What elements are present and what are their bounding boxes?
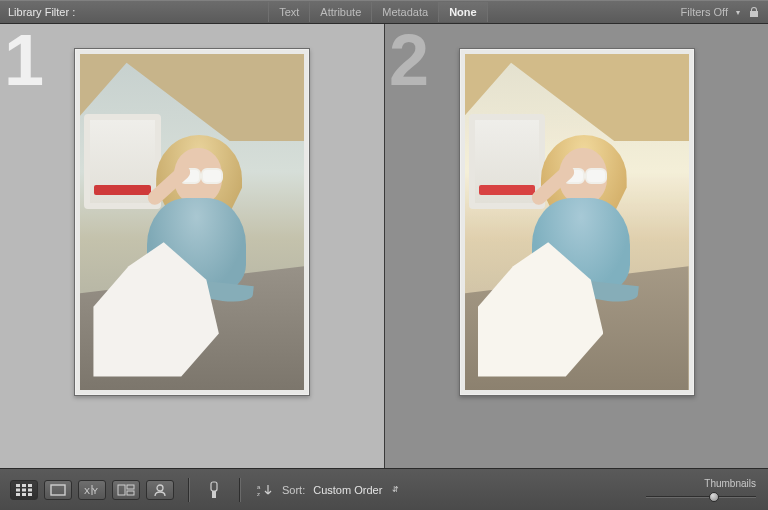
view-survey-button[interactable] (112, 480, 140, 500)
svg-rect-15 (127, 491, 134, 495)
view-loupe-button[interactable] (44, 480, 72, 500)
filter-tab-attribute[interactable]: Attribute (310, 2, 372, 22)
svg-text:z: z (257, 491, 260, 497)
chevron-down-icon: ▾ (734, 8, 742, 17)
thumbnails-size-control: Thumbnails (646, 478, 756, 502)
view-grid-button[interactable] (10, 480, 38, 500)
svg-rect-14 (127, 485, 134, 489)
filter-tabs: Text Attribute Metadata None (268, 1, 488, 23)
svg-rect-0 (16, 484, 20, 487)
svg-rect-3 (16, 488, 20, 491)
view-people-button[interactable] (146, 480, 174, 500)
toolbar-divider (239, 478, 240, 502)
svg-rect-1 (22, 484, 26, 487)
svg-text:X: X (84, 486, 90, 496)
svg-rect-2 (28, 484, 32, 487)
pane-index-2: 2 (389, 32, 429, 90)
thumbnails-label: Thumbnails (704, 478, 756, 489)
svg-rect-5 (28, 488, 32, 491)
svg-point-16 (157, 485, 163, 491)
svg-text:a: a (257, 484, 261, 490)
compare-pane-1[interactable]: 1 (0, 24, 384, 468)
photo-frame-1[interactable] (74, 48, 310, 396)
compare-pane-2[interactable]: 2 (384, 24, 768, 468)
svg-rect-7 (22, 493, 26, 496)
filter-tab-metadata[interactable]: Metadata (372, 2, 439, 22)
svg-rect-17 (211, 482, 217, 491)
svg-rect-8 (28, 493, 32, 496)
filters-off-toggle[interactable]: Filters Off ▾ (681, 6, 760, 18)
slider-knob[interactable] (709, 492, 719, 502)
pane-index-1: 1 (4, 32, 44, 90)
sort-label: Sort: (282, 484, 305, 496)
svg-rect-4 (22, 488, 26, 491)
svg-rect-18 (212, 491, 216, 498)
svg-rect-6 (16, 493, 20, 496)
library-filter-label: Library Filter : (8, 6, 75, 18)
view-compare-button[interactable]: XY (78, 480, 106, 500)
sort-dropdown[interactable]: Sort: Custom Order ⇵ (282, 484, 401, 496)
svg-text:Y: Y (92, 486, 98, 496)
filters-off-label: Filters Off (681, 6, 728, 18)
filter-tab-none[interactable]: None (439, 2, 488, 22)
sort-value: Custom Order (313, 484, 382, 496)
painter-icon[interactable] (203, 479, 225, 501)
svg-rect-9 (51, 485, 65, 495)
chevron-updown-icon: ⇵ (390, 485, 401, 494)
svg-rect-13 (118, 485, 125, 495)
bottom-toolbar: XY az Sort: Custom Order ⇵ Thumbnails (0, 468, 768, 510)
toolbar-divider (188, 478, 189, 502)
photo-frame-2[interactable] (459, 48, 695, 396)
photo-2 (465, 54, 689, 390)
thumbnails-slider[interactable] (646, 492, 756, 502)
photo-1 (80, 54, 304, 390)
library-filter-bar: Library Filter : Text Attribute Metadata… (0, 0, 768, 24)
filter-tab-text[interactable]: Text (268, 2, 310, 22)
lock-icon (748, 6, 760, 18)
sort-direction-icon[interactable]: az (254, 479, 276, 501)
compare-area: 1 2 (0, 24, 768, 468)
